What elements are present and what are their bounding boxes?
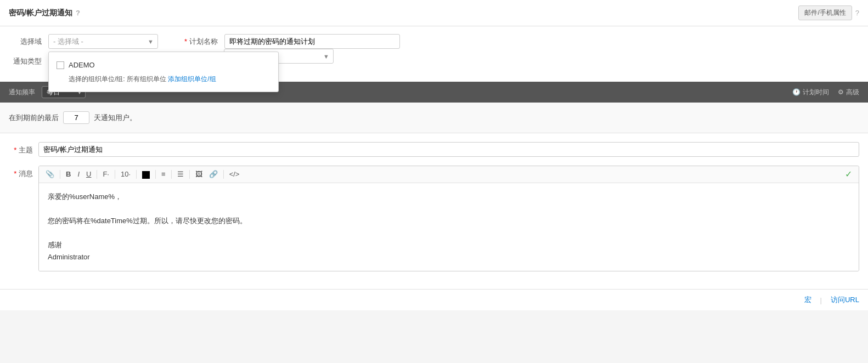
divider-3 [115,170,115,179]
notify-days-row: 在到期前的最后 天通知用户。 [9,111,859,124]
bold-button[interactable]: B [64,169,73,179]
right-col: 计划名称 通知通过 邮件 ▼ [184,34,859,64]
message-section: 主题 消息 📎 B I U F· 10· ≡ ☰ [0,133,868,289]
underline-button[interactable]: U [84,169,93,179]
clock-icon: 🕐 [792,88,801,96]
freq-label: 通知频率 [9,88,35,97]
dropdown-item-ademo[interactable]: ADEMO [57,58,270,72]
days-input[interactable] [63,111,89,124]
align-button[interactable]: ≡ [159,169,168,179]
msg-line-4 [48,227,850,239]
color-swatch [142,171,150,179]
attach-button[interactable]: 📎 [43,169,57,179]
gear-icon: ⚙ [838,88,844,96]
header-help-icon[interactable]: ? [76,9,80,17]
color-button[interactable] [140,169,152,180]
msg-line-5: 感谢 [48,239,850,251]
page-header: 密码/帐户过期通知 ? 邮件/手机属性 ? [0,0,868,26]
notification-type-label: 通知类型 [9,56,42,66]
font-button[interactable]: F· [100,169,111,179]
email-attr-help-icon[interactable]: ? [855,9,859,17]
main-content: 选择域 - 选择域 - ▼ ADEMO 选择的组织单位/组: 所有组织单位 [0,26,868,82]
editor-wrapper: 📎 B I U F· 10· ≡ ☰ 🖼 🔗 </> ✓ [38,166,859,271]
macro-link[interactable]: 宏 [804,295,811,305]
header-right: 邮件/手机属性 ? [798,5,859,20]
link-button[interactable]: 🔗 [207,169,220,179]
msg-line-6: Administrator [48,251,850,263]
divider-5 [155,170,156,179]
toolbar-right: 🕐 计划时间 ⚙ 高级 [792,88,859,97]
italic-button[interactable]: I [75,169,82,179]
select-domain-row: 选择域 - 选择域 - ▼ ADEMO 选择的组织单位/组: 所有组织单位 [9,34,162,49]
select-domain-label: 选择域 [9,37,42,47]
email-attr-button[interactable]: 邮件/手机属性 [798,5,852,20]
subject-input[interactable] [38,142,859,157]
advanced-button[interactable]: ⚙ 高级 [838,88,859,97]
editor-toolbar: 📎 B I U F· 10· ≡ ☰ 🖼 🔗 </> ✓ [39,166,859,183]
ademo-checkbox[interactable] [57,61,64,69]
page-title-area: 密码/帐户过期通知 ? [9,8,80,18]
notify-prefix: 在到期前的最后 [9,113,59,123]
plan-name-row: 计划名称 [184,34,859,49]
code-button[interactable]: </> [227,169,242,179]
top-form: 选择域 - 选择域 - ▼ ADEMO 选择的组织单位/组: 所有组织单位 [9,34,859,74]
plan-name-label: 计划名称 [184,37,218,47]
check-icon: ✓ [845,169,854,179]
subject-row: 主题 [9,142,859,157]
editor-body[interactable]: 亲爱的%userName%， 您的密码将在%dateTime%过期。所以，请尽快… [39,183,859,271]
divider-6 [171,170,172,179]
font-size-button[interactable]: 10· [119,169,133,179]
ademo-label: ADEMO [69,61,95,69]
notification-section: 在到期前的最后 天通知用户。 [0,103,868,133]
domain-dropdown: ADEMO 选择的组织单位/组: 所有组织单位 添加组织单位/组 [48,52,279,92]
footer-divider: | [820,296,822,304]
schedule-time-button[interactable]: 🕐 计划时间 [792,88,829,97]
image-button[interactable]: 🖼 [193,169,205,179]
message-row: 消息 📎 B I U F· 10· ≡ ☰ 🖼 🔗 [9,166,859,271]
divider-4 [136,170,137,179]
dropdown-sub-text: 选择的组织单位/组: 所有组织单位 添加组织单位/组 [69,75,270,84]
notify-via-row: 通知通过 邮件 ▼ [184,49,859,64]
domain-select-wrapper: - 选择域 - ▼ ADEMO 选择的组织单位/组: 所有组织单位 添加组织单位… [48,34,158,49]
divider-7 [189,170,190,179]
divider-8 [223,170,224,179]
notify-suffix: 天通知用户。 [94,113,137,123]
subject-label: 主题 [9,142,33,155]
divider-1 [60,170,60,179]
msg-line-1: 亲爱的%userName%， [48,191,850,203]
plan-name-input[interactable] [224,34,400,49]
domain-select[interactable]: - 选择域 - [48,34,158,49]
add-org-link[interactable]: 添加组织单位/组 [168,75,216,83]
left-col: 选择域 - 选择域 - ▼ ADEMO 选择的组织单位/组: 所有组织单位 [9,34,162,74]
page-footer: 宏 | 访问URL [0,289,868,310]
page-title: 密码/帐户过期通知 [9,8,72,18]
url-link[interactable]: 访问URL [831,295,859,305]
list-button[interactable]: ☰ [175,169,186,179]
msg-line-2 [48,203,850,215]
divider-2 [97,170,97,179]
msg-line-3: 您的密码将在%dateTime%过期。所以，请尽快更改您的密码。 [48,215,850,227]
message-label: 消息 [9,166,33,179]
